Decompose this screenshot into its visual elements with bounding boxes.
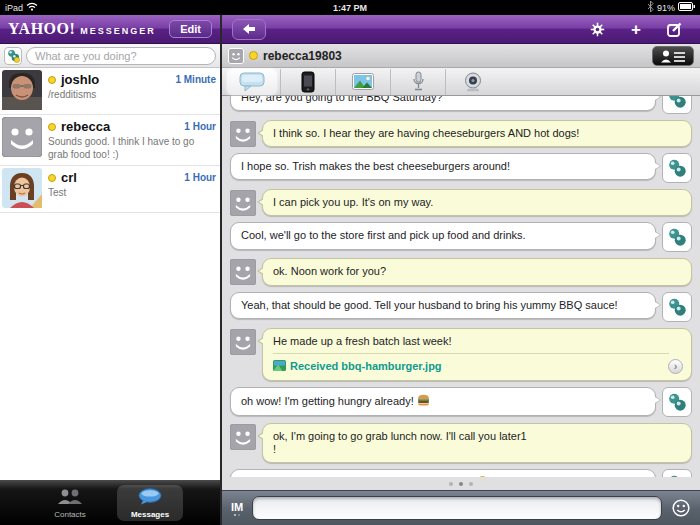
- add-contact-icon[interactable]: +: [631, 21, 641, 38]
- tab-contacts-label: Contacts: [54, 510, 86, 519]
- presence-dot: [249, 51, 258, 60]
- self-avatar-icon[interactable]: [4, 47, 22, 65]
- burger-emoji: [417, 394, 430, 409]
- conversation-panel: + rebecca19803: [222, 15, 700, 525]
- contact-row[interactable]: joshlo 1 Minute /redditisms: [0, 68, 220, 115]
- clock: 1:47 PM: [0, 3, 700, 13]
- message-text: ok, I'm going to go grab lunch now. I'll…: [273, 430, 669, 456]
- message-row: oh wow! I'm getting hungry already!: [230, 387, 692, 417]
- page-dot[interactable]: [459, 482, 463, 486]
- conversation-buddy-name: rebecca19803: [263, 49, 342, 63]
- yahoo-logo-text: YAHOO!: [8, 20, 75, 38]
- settings-gear-icon[interactable]: [590, 22, 605, 37]
- message-bubble: I hope so. Trish makes the best cheesebu…: [230, 153, 656, 180]
- buddy-avatar-icon: [230, 259, 256, 285]
- self-avatar-icon: [662, 153, 692, 183]
- conversation-title-row: rebecca19803: [222, 44, 700, 68]
- message-bubble: I think so. I hear they are having chees…: [262, 120, 692, 147]
- message-row: ok, I'm going to go grab lunch now. I'll…: [230, 423, 692, 463]
- messenger-logo-text: MESSENGER: [80, 26, 156, 36]
- contact-row[interactable]: crl 1 Hour Test: [0, 166, 220, 213]
- message-text: Sounds good. I think I have to go grab f…: [241, 476, 633, 477]
- message-scroll-area[interactable]: Hey, are you going to the BBQ Saturday? …: [222, 96, 700, 477]
- message-text: oh wow! I'm getting hungry already!: [241, 394, 633, 409]
- message-input[interactable]: [252, 496, 662, 520]
- bottom-tab-bar: Contacts Messages: [0, 480, 220, 525]
- message-row: Yeah, that should be good. Tell your hus…: [230, 292, 692, 322]
- buddy-avatar-icon: [230, 121, 256, 147]
- compose-icon[interactable]: [667, 22, 682, 37]
- message-row: I think so. I hear they are having chees…: [230, 120, 692, 147]
- page-indicator: [222, 477, 700, 490]
- attachment-label: Received bbq-hamburger.jpg: [290, 360, 442, 372]
- contact-list[interactable]: joshlo 1 Minute /redditisms rebecca 1 Ho…: [0, 68, 220, 480]
- contact-last-seen: 1 Minute: [175, 74, 216, 85]
- contact-last-seen: 1 Hour: [184, 121, 216, 132]
- self-avatar-icon: [662, 292, 692, 322]
- messages-icon: [137, 488, 163, 509]
- tab-contacts[interactable]: Contacts: [37, 485, 103, 521]
- page-dot[interactable]: [449, 482, 453, 486]
- smiley-placeholder-avatar: [2, 117, 42, 157]
- message-bubble: I can pick you up. It's on my way.: [262, 189, 692, 216]
- message-bubble: Hey, are you going to the BBQ Saturday?: [230, 96, 656, 111]
- message-row: Sounds good. I think I have to go grab f…: [230, 469, 692, 477]
- message-text: Cool, we'll go to the store first and pi…: [241, 229, 633, 242]
- phone-icon[interactable]: [280, 69, 335, 95]
- contact-status-message: Sounds good. I think I have to go grab f…: [48, 135, 216, 161]
- conversation-header-bar: +: [222, 15, 700, 44]
- status-message-input[interactable]: [26, 47, 216, 65]
- smiley-icon[interactable]: [671, 498, 691, 518]
- contact-last-seen: 1 Hour: [184, 172, 216, 183]
- message-row: I hope so. Trish makes the best cheesebu…: [230, 153, 692, 183]
- message-text: He made up a fresh batch last week!: [273, 335, 669, 348]
- contact-name: joshlo: [61, 72, 99, 87]
- smiley-emoji: [476, 476, 489, 477]
- page-dot[interactable]: [469, 482, 473, 486]
- message-bubble: He made up a fresh batch last week! Rece…: [262, 328, 692, 381]
- webcam-icon[interactable]: [445, 69, 500, 95]
- message-text: I can pick you up. It's on my way.: [273, 196, 669, 209]
- message-text: Yeah, that should be good. Tell your hus…: [241, 299, 633, 312]
- im-chat-icon[interactable]: [227, 69, 277, 95]
- buddy-list-panel: YAHOO! MESSENGER Edit joshlo 1 Minute /r…: [0, 15, 220, 525]
- buddy-avatar-icon: [230, 329, 256, 355]
- contact-status-message: /redditisms: [48, 88, 216, 101]
- presence-dot: [48, 123, 56, 131]
- message-bubble: Yeah, that should be good. Tell your hus…: [230, 292, 656, 319]
- message-bubble: ok, I'm going to go grab lunch now. I'll…: [262, 423, 692, 463]
- message-row: ok. Noon work for you?: [230, 258, 692, 285]
- contact-name: crl: [61, 170, 77, 185]
- buddy-avatar-icon: [228, 48, 244, 64]
- message-text: ok. Noon work for you?: [273, 265, 669, 278]
- message-bubble: ok. Noon work for you?: [262, 258, 692, 285]
- tab-messages[interactable]: Messages: [117, 485, 183, 521]
- show-contact-details-button[interactable]: [652, 46, 694, 66]
- contact-status-message: Test: [48, 186, 216, 199]
- message-text: I think so. I hear they are having chees…: [273, 127, 669, 140]
- self-avatar-icon: [662, 469, 692, 477]
- cartoon-woman-avatar: [2, 168, 42, 208]
- left-header: YAHOO! MESSENGER Edit: [0, 15, 220, 44]
- contact-row[interactable]: rebecca 1 Hour Sounds good. I think I ha…: [0, 115, 220, 166]
- attachment-row[interactable]: Received bbq-hamburger.jpg ›: [273, 353, 669, 374]
- self-avatar-icon: [662, 96, 692, 114]
- message-text: Hey, are you going to the BBQ Saturday?: [241, 96, 633, 104]
- conversation-toolbar: [222, 68, 700, 96]
- buddy-avatar-icon: [230, 424, 256, 450]
- message-text: I hope so. Trish makes the best cheesebu…: [241, 160, 633, 173]
- yahoo-messenger-app: iPad 1:47 PM 91% YAHOO! MESSENGER Edit: [0, 0, 700, 525]
- contact-name: rebecca: [61, 119, 110, 134]
- buddy-avatar-icon: [230, 190, 256, 216]
- edit-button[interactable]: Edit: [169, 20, 212, 38]
- contacts-icon: [56, 488, 84, 509]
- microphone-icon[interactable]: [390, 69, 445, 95]
- back-button[interactable]: [232, 19, 266, 40]
- im-mode-indicator[interactable]: IM: [231, 501, 243, 516]
- message-row: Cool, we'll go to the store first and pi…: [230, 222, 692, 252]
- my-status-row: [0, 44, 220, 68]
- message-bubble: Cool, we'll go to the store first and pi…: [230, 222, 656, 249]
- chevron-right-icon[interactable]: ›: [668, 359, 683, 374]
- message-row: He made up a fresh batch last week! Rece…: [230, 328, 692, 381]
- photo-icon[interactable]: [335, 69, 390, 95]
